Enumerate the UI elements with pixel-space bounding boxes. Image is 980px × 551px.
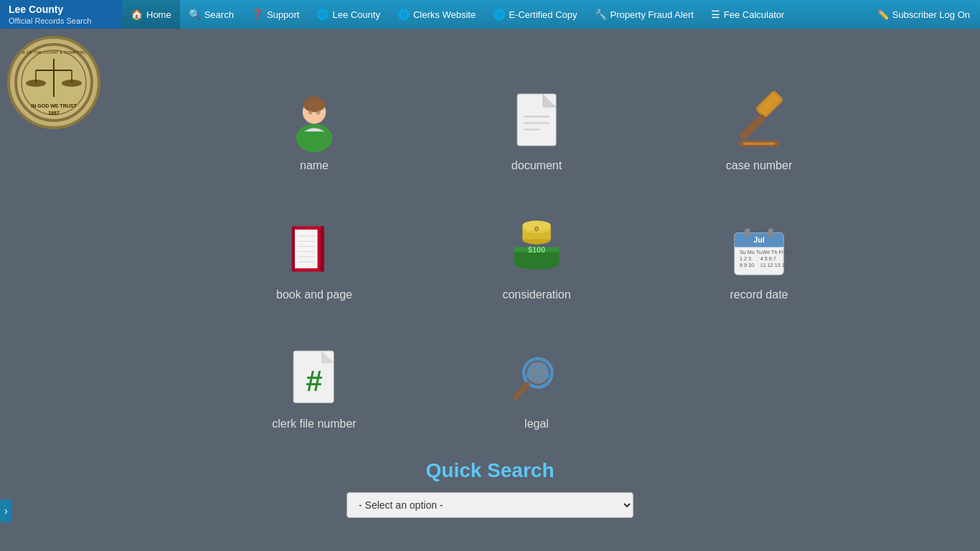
nav-brand: Lee County Official Records Search (0, 0, 122, 29)
svg-text:$100: $100 (528, 245, 545, 254)
svg-text:4  5  6  7: 4 5 6 7 (760, 255, 776, 262)
subscriber-label: Subscriber Log On (892, 9, 970, 20)
svg-point-66 (542, 375, 552, 378)
document-icon (504, 88, 569, 152)
icon-label-book-and-page: book and page (276, 288, 352, 301)
nav-lee-county-label: Lee County (332, 9, 380, 20)
svg-text:#: # (306, 364, 322, 397)
nav-support-label: Support (267, 9, 300, 20)
svg-text:⊙: ⊙ (534, 225, 540, 232)
navbar: Lee County Official Records Search 🏠 Hom… (0, 0, 980, 29)
icon-label-document: document (512, 159, 562, 172)
svg-point-13 (303, 97, 326, 113)
svg-text:1  2  3: 1 2 3 (740, 255, 751, 262)
icon-grid: name document (207, 57, 867, 438)
icon-label-case-number: case number (726, 159, 793, 172)
icon-cell-book-and-page[interactable]: book and page (207, 187, 422, 309)
quick-search-section: Quick Search - Select an option - Name S… (14, 459, 966, 518)
icon-cell-legal[interactable]: legal (429, 316, 644, 438)
nav-home[interactable]: 🏠 Home (122, 0, 180, 29)
nav-ecertified-label: E-Certified Copy (509, 9, 577, 20)
lee-county-icon: 🌐 (316, 9, 329, 20)
icon-cell-clerk-file-number[interactable]: # clerk file number (207, 316, 422, 438)
nav-search-label: Search (204, 9, 234, 20)
svg-rect-48 (745, 228, 750, 237)
clerks-icon: 🌐 (397, 9, 410, 20)
nav-search[interactable]: 🔍 Search (180, 0, 242, 29)
svg-rect-22 (738, 113, 766, 141)
svg-text:Su Mo Tu: Su Mo Tu (740, 249, 762, 255)
svg-rect-49 (768, 228, 773, 237)
icon-label-consideration: consideration (502, 288, 570, 301)
logo-container: IN GOD WE TRUST CLERK OF THE COURT & COM… (7, 36, 100, 129)
nav-subscriber[interactable]: ✏️ Subscriber Log On (867, 0, 980, 29)
svg-text:We Th Fr Sa: We Th Fr Sa (763, 249, 791, 255)
book-icon (282, 217, 347, 281)
fee-calc-icon: ☰ (711, 9, 720, 20)
search-icon: 🔍 (189, 9, 201, 20)
calendar-icon: Jul Su Mo Tu We Th Fr Sa 1 2 3 4 5 6 7 8… (727, 217, 791, 281)
nav-fee-calc[interactable]: ☰ Fee Calculator (702, 0, 793, 29)
icon-label-name: name (300, 159, 329, 172)
fraud-icon: 🔧 (595, 9, 607, 20)
quick-search-select[interactable]: - Select an option - Name Search Documen… (347, 492, 633, 518)
legal-scales-icon (504, 346, 569, 410)
svg-rect-26 (321, 227, 324, 272)
nav-fraud-label: Property Fraud Alert (611, 9, 694, 20)
svg-rect-24 (743, 143, 776, 146)
brand-title: Lee County (9, 3, 113, 16)
icon-cell-document[interactable]: document (429, 57, 644, 179)
hash-file-icon: # (282, 346, 347, 410)
nav-fee-calc-label: Fee Calculator (724, 9, 785, 20)
support-icon: ❓ (251, 9, 263, 20)
svg-point-7 (62, 80, 82, 87)
person-icon (282, 88, 347, 152)
svg-line-60 (516, 385, 527, 397)
icon-cell-case-number[interactable]: case number (651, 57, 867, 179)
icon-cell-record-date[interactable]: Jul Su Mo Tu We Th Fr Sa 1 2 3 4 5 6 7 8… (651, 187, 867, 309)
icon-label-legal: legal (524, 418, 549, 430)
home-icon: 🏠 (131, 9, 143, 20)
svg-point-65 (524, 375, 534, 378)
logo-circle: IN GOD WE TRUST CLERK OF THE COURT & COM… (7, 36, 100, 129)
svg-point-6 (26, 80, 46, 87)
side-toggle-button[interactable]: › (0, 499, 12, 522)
nav-ecertified[interactable]: 🌐 E-Certified Copy (484, 0, 585, 29)
svg-text:8  9 10: 8 9 10 (740, 262, 754, 268)
nav-lee-county[interactable]: 🌐 Lee County (308, 0, 389, 29)
svg-text:IN GOD WE TRUST: IN GOD WE TRUST (31, 103, 77, 108)
svg-text:Jul: Jul (753, 235, 765, 244)
quick-search-title: Quick Search (426, 459, 555, 482)
brand-subtitle: Official Records Search (9, 16, 113, 26)
gavel-icon (727, 88, 791, 152)
svg-rect-27 (295, 230, 318, 268)
svg-text:CLERK OF THE COURT & COMPTROLL: CLERK OF THE COURT & COMPTROLLER (14, 50, 93, 55)
nav-property-fraud[interactable]: 🔧 Property Fraud Alert (586, 0, 702, 29)
subscriber-icon: ✏️ (877, 9, 889, 20)
logo-svg: IN GOD WE TRUST CLERK OF THE COURT & COM… (14, 43, 93, 122)
main-content: IN GOD WE TRUST CLERK OF THE COURT & COM… (0, 29, 980, 532)
icon-cell-name[interactable]: name (207, 57, 422, 179)
svg-text:11 12 13 14: 11 12 13 14 (760, 262, 788, 268)
nav-clerks-website[interactable]: 🌐 Clerks Website (389, 0, 484, 29)
ecertified-icon: 🌐 (493, 9, 505, 20)
nav-support[interactable]: ❓ Support (242, 0, 308, 29)
svg-point-15 (316, 110, 320, 115)
nav-items: 🏠 Home 🔍 Search ❓ Support 🌐 Lee County 🌐… (122, 0, 980, 29)
svg-text:1887: 1887 (48, 110, 60, 116)
money-icon: $100 ⊙ (504, 217, 569, 281)
nav-clerks-label: Clerks Website (413, 9, 476, 20)
icon-label-clerk-file-number: clerk file number (272, 418, 356, 430)
icon-label-record-date: record date (730, 288, 788, 301)
icon-cell-consideration[interactable]: $100 ⊙ consideration (429, 187, 644, 309)
svg-point-14 (308, 110, 312, 115)
nav-home-label: Home (146, 9, 171, 20)
